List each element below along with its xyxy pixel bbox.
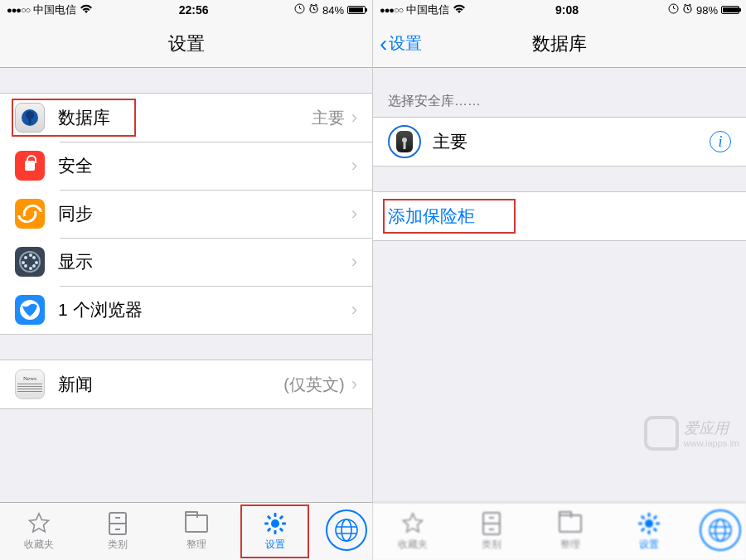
svg-rect-5 bbox=[274, 513, 276, 517]
tab-organize[interactable]: 整理 bbox=[530, 503, 609, 560]
alarm-icon bbox=[308, 3, 319, 17]
tab-favorites[interactable]: 收藏夹 bbox=[0, 503, 79, 560]
row-display[interactable]: 显示 › bbox=[0, 238, 372, 286]
chevron-right-icon: › bbox=[351, 107, 357, 128]
watermark-url: www.iapps.im bbox=[684, 438, 739, 448]
sync-icon bbox=[15, 199, 45, 229]
svg-rect-10 bbox=[266, 527, 271, 532]
screen-database: ●●●○○ 中国电信 9:08 98% ‹ 设置 数据库 选择安全库…… bbox=[373, 0, 746, 560]
chevron-right-icon: › bbox=[351, 203, 357, 224]
tab-label: 收藏夹 bbox=[398, 538, 428, 552]
watermark-brand: 爱应用 bbox=[684, 420, 729, 437]
page-title: 设置 bbox=[168, 31, 205, 56]
globe-circle-icon bbox=[326, 509, 367, 551]
star-icon bbox=[27, 512, 51, 535]
svg-rect-23 bbox=[640, 527, 645, 532]
tab-organize[interactable]: 整理 bbox=[157, 503, 236, 560]
tab-label: 设置 bbox=[639, 538, 659, 552]
svg-rect-6 bbox=[274, 530, 276, 534]
svg-rect-24 bbox=[640, 514, 645, 519]
row-sync[interactable]: 同步 › bbox=[0, 190, 372, 238]
wifi-icon bbox=[80, 4, 93, 17]
row-label: 安全 bbox=[58, 154, 351, 177]
info-button[interactable]: i bbox=[710, 131, 731, 152]
status-bar: ●●●○○ 中国电信 9:08 98% bbox=[373, 0, 746, 20]
row-detail: (仅英文) bbox=[283, 374, 344, 396]
back-button[interactable]: ‹ 设置 bbox=[380, 20, 422, 67]
tab-browser-globe[interactable] bbox=[314, 503, 372, 560]
folder-icon bbox=[558, 512, 583, 535]
row-security[interactable]: 安全 › bbox=[0, 142, 372, 190]
clock-time: 22:56 bbox=[179, 3, 209, 17]
svg-rect-7 bbox=[264, 522, 269, 524]
svg-rect-20 bbox=[638, 522, 642, 524]
tab-browser-globe[interactable] bbox=[688, 503, 746, 560]
row-label: 1 个浏览器 bbox=[58, 298, 351, 321]
row-add-vault[interactable]: 添加保险柜 bbox=[373, 192, 746, 240]
cabinet-icon bbox=[105, 512, 130, 535]
row-label: 数据库 bbox=[58, 106, 312, 129]
database-icon bbox=[15, 103, 45, 133]
tab-label: 收藏夹 bbox=[24, 538, 54, 552]
tab-settings[interactable]: 设置 bbox=[235, 503, 314, 560]
nav-bar: 设置 bbox=[0, 20, 372, 68]
carrier-label: 中国电信 bbox=[406, 2, 449, 17]
vault-icon bbox=[388, 125, 421, 158]
signal-strength-icon: ●●●○○ bbox=[380, 5, 403, 15]
nav-bar: ‹ 设置 数据库 bbox=[373, 20, 746, 68]
gear-icon bbox=[263, 512, 288, 535]
row-database[interactable]: 数据库 主要 › bbox=[0, 94, 372, 142]
row-news[interactable]: News 新闻 (仅英文) › bbox=[0, 360, 372, 408]
svg-rect-8 bbox=[282, 522, 286, 524]
svg-rect-22 bbox=[652, 514, 657, 519]
tab-settings[interactable]: 设置 bbox=[609, 503, 688, 560]
signal-strength-icon: ●●●○○ bbox=[7, 5, 30, 15]
news-icon: News bbox=[15, 369, 45, 399]
row-label: 同步 bbox=[58, 202, 351, 225]
tab-categories[interactable]: 类别 bbox=[452, 503, 530, 560]
globe-icon bbox=[15, 295, 45, 325]
globe-circle-icon bbox=[700, 509, 741, 551]
svg-point-14 bbox=[342, 519, 351, 541]
tab-categories[interactable]: 类别 bbox=[79, 503, 157, 560]
battery-icon bbox=[721, 6, 739, 14]
tab-label: 设置 bbox=[265, 538, 285, 552]
battery-percent: 84% bbox=[322, 4, 344, 17]
rotation-lock-icon bbox=[294, 3, 305, 17]
row-label: 新闻 bbox=[58, 373, 283, 396]
database-content: 选择安全库…… 主要 i 添加保险柜 爱应用 www.iapps.im bbox=[373, 68, 746, 502]
svg-point-27 bbox=[715, 519, 725, 541]
tab-label: 类别 bbox=[108, 538, 128, 552]
row-browser[interactable]: 1 个浏览器 › bbox=[0, 286, 372, 334]
rotation-lock-icon bbox=[668, 3, 679, 17]
svg-rect-25 bbox=[652, 527, 657, 532]
chevron-right-icon: › bbox=[351, 155, 357, 176]
alarm-icon bbox=[682, 3, 693, 17]
tab-label: 整理 bbox=[186, 538, 206, 552]
watermark-icon bbox=[644, 416, 679, 451]
svg-rect-19 bbox=[647, 530, 650, 534]
chevron-right-icon: › bbox=[351, 374, 357, 395]
section-header: 选择安全库…… bbox=[373, 93, 746, 117]
cabinet-icon bbox=[479, 512, 504, 535]
svg-rect-21 bbox=[656, 522, 660, 524]
row-label: 主要 bbox=[433, 130, 710, 153]
svg-rect-18 bbox=[647, 513, 650, 517]
watermark: 爱应用 www.iapps.im bbox=[644, 416, 739, 451]
screen-settings: ●●●○○ 中国电信 22:56 84% 设置 数 bbox=[0, 0, 373, 560]
svg-point-26 bbox=[710, 519, 731, 541]
chevron-right-icon: › bbox=[351, 251, 357, 273]
back-label: 设置 bbox=[389, 32, 422, 55]
svg-rect-11 bbox=[266, 514, 271, 519]
star-icon bbox=[400, 512, 425, 535]
tab-label: 类别 bbox=[482, 538, 501, 552]
row-label: 显示 bbox=[58, 250, 351, 273]
chevron-right-icon: › bbox=[351, 299, 357, 321]
tab-label: 整理 bbox=[560, 538, 580, 552]
tab-favorites[interactable]: 收藏夹 bbox=[373, 503, 452, 560]
svg-rect-12 bbox=[279, 527, 283, 532]
add-vault-label: 添加保险柜 bbox=[388, 205, 731, 228]
carrier-label: 中国电信 bbox=[33, 2, 76, 17]
row-vault-primary[interactable]: 主要 i bbox=[373, 118, 746, 166]
lock-icon bbox=[15, 151, 45, 181]
